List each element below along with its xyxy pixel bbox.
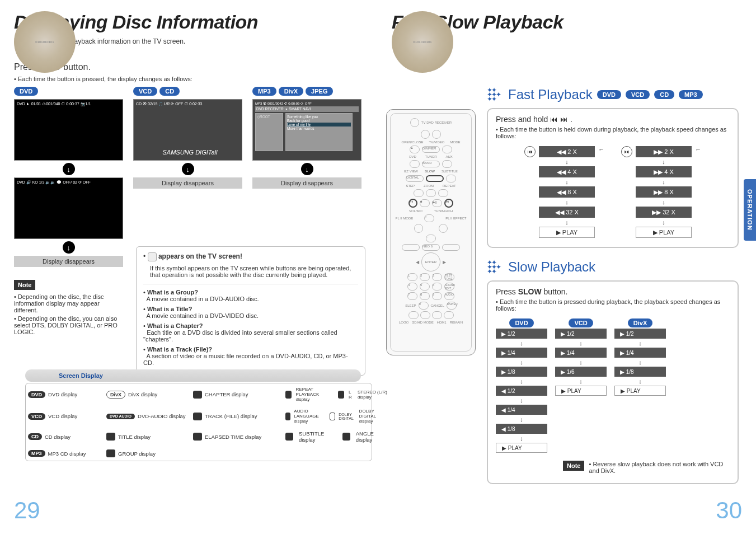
rtn-dimmer[interactable]: DIMMER (422, 146, 440, 153)
rtn-menu[interactable] (402, 244, 420, 251)
rtn-subtitle[interactable] (446, 175, 456, 182)
note-line-0: • Depending on the disc, the disc inform… (14, 293, 123, 313)
sd-group-text: GROUP display (118, 451, 156, 457)
rtn-ezview[interactable]: DIGITAL (406, 175, 424, 182)
slow-playback-heading: ✦✦✦✦✦✦✦ Slow Playback (487, 259, 739, 275)
rtn-band[interactable]: BAND (422, 161, 440, 167)
mp3-item-3: More than words (287, 127, 351, 130)
sd-dvdaudio-text: DVD-AUDIO display (138, 413, 186, 419)
rtn-b2[interactable] (420, 311, 430, 319)
def-a1: A movie contained in a DVD-AUDIO disc. (147, 296, 259, 302)
sd-track: TRACK (FILE) display (191, 405, 283, 427)
rtn-pl2m[interactable] (414, 224, 423, 233)
fast-l-2: ◀◀ 8 X (539, 186, 595, 198)
screen-display-grid: DVDDVD display DivXDivX display CHAPTER … (25, 383, 372, 461)
sd-divx-text: DivX display (128, 391, 157, 397)
rtn-play[interactable]: ▶|| (432, 199, 442, 207)
subtitle-icon (285, 433, 293, 441)
sx2: ▶ 1/8 (614, 367, 666, 377)
rtn-neo[interactable]: NEO 6 (422, 244, 440, 251)
slow-dvd-badge: DVD (509, 318, 533, 327)
rtn-repeat[interactable] (438, 189, 448, 197)
kp5[interactable]: 5 (420, 283, 430, 291)
fast-r-0: ▶▶ 2 X (636, 146, 692, 157)
kp-dsp[interactable]: DSP/EQ (447, 302, 457, 310)
rtn-step[interactable] (414, 189, 424, 197)
sx0: ▶ 1/2 (614, 329, 666, 339)
left-page: 0101010101 Displaying Disc Information Y… (0, 0, 378, 534)
rtn-info[interactable] (442, 244, 460, 251)
rtn-stop[interactable]: ■ (420, 199, 430, 207)
rtn-prev[interactable]: ⏮ (408, 199, 417, 208)
slow-divx-badge: DivX (628, 318, 652, 327)
slow-desc: Each time the button is pressed during p… (496, 298, 730, 312)
fast-left-col: ◀◀ 2 X↓ ◀◀ 4 X↓ ◀◀ 8 X↓ ◀◀ 32 X↓ ▶ PLAY (539, 146, 595, 238)
screen-display-heading: Screen Display (59, 372, 103, 379)
fast-desc: Each time the button is held down during… (496, 126, 730, 139)
track-icon (193, 413, 202, 420)
screenshot-cd: CD ⦿ 02/15 🎵L/R ⟳ OFF ⏱ 0:02:33 SAMSUNG … (133, 99, 242, 161)
sd-subtitle-angle: SUBTITLE display ANGLE display (283, 427, 389, 446)
rtn-b4[interactable] (444, 311, 454, 319)
kp7[interactable]: 7 (407, 292, 417, 300)
sd-mp3-text: MP3 CD display (48, 451, 86, 457)
lbl-mode: MODE (450, 140, 461, 144)
rtn-mode[interactable] (442, 146, 452, 153)
def-q2: What is a Title? (147, 306, 192, 312)
kp0[interactable]: 0 (419, 302, 429, 310)
rtn-next[interactable]: ⏭ (444, 199, 453, 208)
screenshot-mp3: MP3 ⦿ 0001/0042 ⏱ 0:00:09 ⟳ OFF DVD RECE… (252, 99, 361, 161)
rtn-r0-0[interactable] (421, 130, 430, 139)
fast-l-1: ◀◀ 4 X (539, 166, 595, 177)
fast-box: Press and hold ⏮ ⏭ . Each time the butto… (487, 108, 739, 248)
kp2[interactable]: 2 (420, 273, 430, 281)
kp6[interactable]: 6 (432, 283, 442, 291)
rtn-dvd[interactable] (410, 160, 420, 168)
kp9[interactable]: 9 (432, 292, 442, 300)
lbl-step: STEP (406, 184, 415, 188)
kp-au[interactable]: AUDIO (444, 292, 454, 300)
dvd1-line: DVD ⏵ 01/01 ⟳001/040 ⏱ 0:00:37 📷1/1 (17, 102, 120, 106)
kp3[interactable]: 3 (432, 273, 442, 281)
rtn-open[interactable]: ▲ (410, 146, 420, 153)
note-column: Note • Depending on the disc, the disc i… (14, 280, 123, 337)
sd0: ▶ 1/2 (496, 329, 547, 339)
rtn-aux[interactable] (442, 160, 452, 168)
kp-se[interactable]: SOUND EDIT (444, 283, 454, 291)
fast-loop-r: ← (695, 146, 701, 153)
lbl-pl2m: PL II MODE (396, 217, 414, 220)
rtn-r0-1[interactable] (432, 130, 441, 139)
hand-icon (148, 252, 157, 261)
tv-symbol-box: • appears on the TV screen! If this symb… (136, 246, 365, 376)
slow-dvd-col: DVD ▶ 1/2↓ ▶ 1/4↓ ▶ 1/8↓ ◀ 1/2↓ ◀ 1/4↓ ◀… (496, 318, 547, 453)
sx3: ▶ PLAY (614, 386, 666, 396)
elapsed-icon (193, 433, 202, 441)
mp3-root: ◇ROOT (255, 113, 283, 151)
rtn-b1[interactable] (408, 311, 419, 319)
power-button[interactable] (410, 118, 419, 127)
lbl-aux: AUX (446, 155, 453, 158)
panel-dvd: DVD DVD ⏵ 01/01 ⟳001/040 ⏱ 0:00:37 📷1/1 … (14, 87, 123, 267)
def-a2: A movie contained in a DVD-VIDEO disc. (147, 312, 259, 319)
kp1[interactable]: 1 (407, 273, 417, 281)
kp8[interactable]: 8 (420, 292, 430, 300)
star-icon-1: ✦✦✦✦✦✦✦ (487, 88, 504, 101)
sv0: ▶ 1/2 (555, 329, 607, 339)
rtn-pl2e[interactable] (439, 224, 448, 233)
slow-divx-col: DivX ▶ 1/2↓ ▶ 1/4↓ ▶ 1/8↓ ▶ PLAY (614, 318, 666, 453)
sd-group: GROUP display (104, 446, 191, 461)
rtn-b3[interactable] (432, 311, 442, 319)
sd-divx-badge: DivX (106, 391, 125, 399)
kp-tt[interactable]: TEST TONE (444, 273, 454, 281)
rtn-enter[interactable]: ENTER (421, 252, 440, 271)
rtn-slow[interactable] (426, 175, 444, 182)
slow-press: Press SLOW button. (496, 287, 730, 296)
kp4[interactable]: 4 (407, 283, 417, 291)
sd-cd-badge: CD (28, 433, 42, 440)
definitions: • What is a Group? A movie contained in … (143, 289, 358, 366)
screenshot-dvd-2: DVD 🔊 KO 1/3 🔉🔉 💬 OFF/ 02 ⟳ OFF (14, 177, 123, 239)
rtn-zoom[interactable] (426, 189, 436, 197)
rtn-vol-up[interactable]: + (424, 214, 434, 222)
fast-right-col: ▶▶ 2 X↓ ▶▶ 4 X↓ ▶▶ 8 X↓ ▶▶ 32 X↓ ▶ PLAY (636, 146, 692, 238)
rtn-vol-down[interactable]: − (426, 235, 436, 242)
